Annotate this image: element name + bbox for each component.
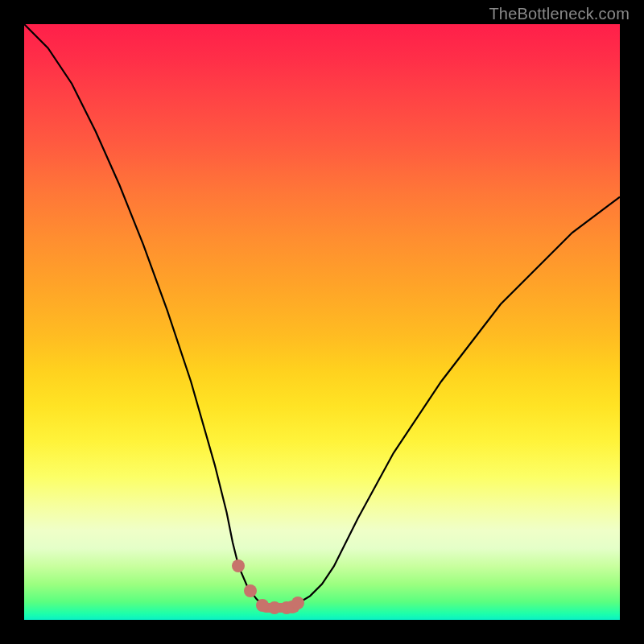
curve-path <box>24 24 620 608</box>
minimum-dot <box>256 599 269 612</box>
minimum-dot <box>268 601 281 614</box>
attribution-text: TheBottleneck.com <box>489 5 630 23</box>
plot-area <box>24 24 620 620</box>
chart-stage: TheBottleneck.com <box>0 0 644 644</box>
penalty-curve <box>24 24 620 620</box>
